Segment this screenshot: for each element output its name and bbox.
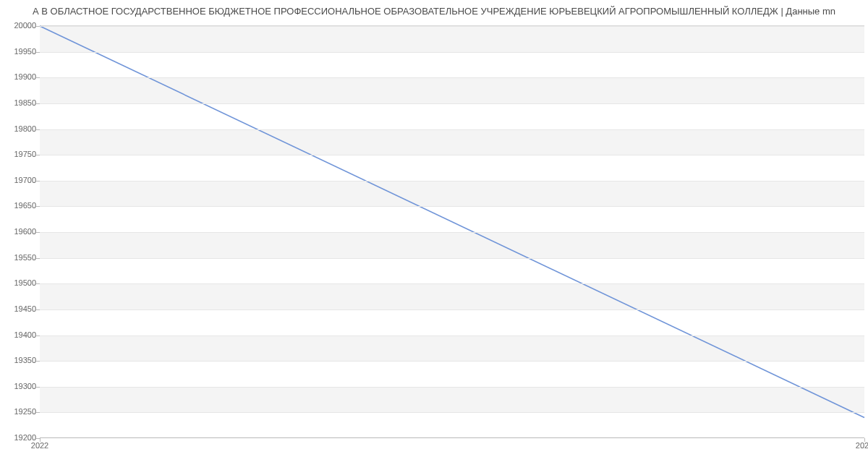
y-tick-label: 19700 [4, 176, 36, 184]
y-tick [36, 361, 40, 362]
y-tick-label: 19300 [4, 382, 36, 390]
y-grid-line [40, 412, 864, 413]
y-grid-line [40, 155, 864, 155]
y-tick [36, 155, 40, 155]
y-tick-label: 19750 [4, 150, 36, 158]
y-tick [36, 181, 40, 181]
y-grid-line [40, 309, 864, 310]
y-tick-label: 19450 [4, 304, 36, 313]
y-tick [36, 258, 40, 259]
y-grid-line [40, 26, 864, 27]
y-tick-label: 19250 [4, 407, 36, 416]
y-grid-line [40, 361, 864, 362]
y-tick-label: 19900 [4, 72, 36, 81]
data-line [40, 26, 864, 418]
y-tick-label: 19650 [4, 201, 36, 210]
y-grid-line [40, 52, 864, 53]
y-tick-label: 19600 [4, 227, 36, 236]
chart-title: А В ОБЛАСТНОЕ ГОСУДАРСТВЕННОЕ БЮДЖЕТНОЕ … [0, 6, 868, 17]
y-tick [36, 336, 40, 336]
y-grid-line [40, 77, 864, 78]
y-grid-line [40, 283, 864, 284]
y-tick-label: 19800 [4, 124, 36, 133]
y-grid-line [40, 232, 864, 233]
y-tick [36, 26, 40, 27]
x-tick-label: 2022 [31, 441, 48, 450]
y-tick [36, 103, 40, 104]
y-tick [36, 52, 40, 53]
y-grid-line [40, 181, 864, 181]
y-tick [36, 283, 40, 284]
y-tick-label: 19550 [4, 253, 36, 262]
y-grid-line [40, 387, 864, 388]
y-grid-line [40, 258, 864, 259]
y-tick-label: 19400 [4, 330, 36, 339]
y-grid-line [40, 103, 864, 104]
y-tick-label: 19500 [4, 278, 36, 287]
y-tick [36, 206, 40, 207]
y-tick [36, 387, 40, 388]
y-grid-line [40, 336, 864, 336]
plot-area [40, 25, 864, 438]
y-tick [36, 309, 40, 310]
y-tick [36, 412, 40, 413]
y-tick-label: 19950 [4, 47, 36, 56]
y-tick [36, 232, 40, 233]
y-tick-label: 20000 [4, 21, 36, 30]
y-grid-line [40, 129, 864, 130]
y-tick-label: 19350 [4, 356, 36, 364]
y-grid-line [40, 206, 864, 207]
y-tick [36, 129, 40, 130]
chart-container: А В ОБЛАСТНОЕ ГОСУДАРСТВЕННОЕ БЮДЖЕТНОЕ … [0, 0, 868, 470]
y-tick [36, 77, 40, 78]
y-tick-label: 19850 [4, 98, 36, 107]
x-tick-label: 2024 [856, 441, 868, 450]
